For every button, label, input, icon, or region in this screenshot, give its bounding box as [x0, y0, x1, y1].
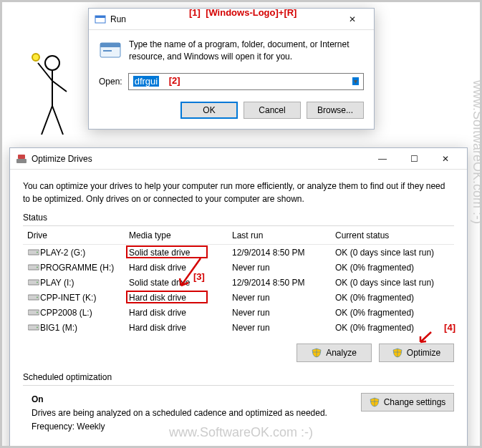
- divider: [23, 385, 454, 386]
- svg-point-13: [37, 266, 38, 268]
- drive-name: CPP2008 (L:): [40, 308, 92, 318]
- optimize-button[interactable]: Optimize: [379, 344, 454, 362]
- col-drive[interactable]: Drive: [23, 230, 125, 240]
- drive-name: PLAY-2 (G:): [40, 248, 85, 258]
- col-current-status[interactable]: Current status: [331, 230, 454, 240]
- analyze-button[interactable]: Analyze: [297, 344, 372, 362]
- change-settings-label: Change settings: [384, 397, 446, 407]
- col-last-run[interactable]: Last run: [228, 230, 331, 240]
- last-run: 12/9/2014 8:50 PM: [228, 248, 331, 258]
- shield-icon: [370, 397, 380, 407]
- drive-icon: [27, 323, 40, 331]
- current-status: OK (0 days since last run): [331, 278, 454, 288]
- optimize-title: Optimize Drives: [32, 154, 367, 164]
- run-dialog: Run ✕ [1] [Windows-Logo]+[R] Type the na…: [88, 8, 375, 130]
- table-row[interactable]: CPP-INET (K:)Hard disk driveNever runOK …: [23, 290, 454, 305]
- optimize-description: You can optimize your drives to help you…: [23, 180, 454, 205]
- svg-rect-9: [18, 155, 25, 159]
- run-command-value: dfrgui: [133, 76, 160, 87]
- drive-name: BIG1 (M:): [40, 323, 77, 333]
- current-status: OK (0% fragmented): [331, 263, 454, 273]
- svg-rect-6: [100, 43, 120, 47]
- last-run: Never run: [228, 293, 331, 303]
- drive-icon: [27, 308, 40, 316]
- scheduled-label: Scheduled optimization: [23, 372, 454, 382]
- run-command-input[interactable]: dfrgui ▾ [2]: [128, 73, 364, 90]
- shield-icon: [392, 348, 403, 358]
- svg-point-15: [37, 281, 38, 283]
- table-row[interactable]: CPP2008 (L:)Hard disk driveNever runOK (…: [23, 305, 454, 320]
- svg-rect-8: [16, 159, 26, 163]
- optimize-label: Optimize: [407, 348, 440, 358]
- svg-point-0: [45, 56, 59, 70]
- optimize-drives-dialog: Optimize Drives ― ☐ ✕ You can optimize y…: [9, 147, 468, 448]
- annotation-arrow-4: [417, 331, 434, 345]
- schedule-on: On: [32, 393, 327, 406]
- current-status: OK (0% fragmented): [331, 308, 454, 318]
- svg-point-1: [32, 54, 39, 61]
- table-row[interactable]: PLAY-2 (G:)Solid state drive12/9/2014 8:…: [23, 245, 454, 260]
- run-description: Type the name of a program, folder, docu…: [129, 39, 364, 63]
- shield-icon: [312, 348, 322, 358]
- current-status: OK (0% fragmented): [331, 293, 454, 303]
- svg-point-21: [37, 326, 38, 328]
- media-type: Hard disk drive: [125, 323, 228, 333]
- svg-rect-7: [103, 50, 112, 52]
- cancel-button[interactable]: Cancel: [244, 102, 301, 119]
- last-run: 12/9/2014 8:50 PM: [228, 278, 331, 288]
- drive-icon: [27, 278, 40, 286]
- svg-point-17: [37, 296, 38, 298]
- minimize-icon[interactable]: ―: [367, 148, 398, 170]
- last-run: Never run: [228, 263, 331, 273]
- maximize-icon[interactable]: ☐: [398, 148, 430, 170]
- drive-name: PROGRAMME (H:): [40, 263, 114, 273]
- open-label: Open:: [99, 77, 122, 87]
- watermark-side: www.SoftwareOK.com :-): [470, 80, 483, 224]
- run-window-icon: [95, 14, 106, 25]
- chevron-down-icon[interactable]: ▾: [352, 77, 359, 85]
- schedule-desc: Drives are being analyzed on a scheduled…: [32, 406, 327, 420]
- decorative-figure: [27, 42, 85, 149]
- grid-header: Drive Media type Last run Current status: [23, 226, 454, 245]
- table-row[interactable]: BIG1 (M:)Hard disk driveNever runOK (0% …: [23, 320, 454, 335]
- table-row[interactable]: PROGRAMME (H:)Hard disk driveNever runOK…: [23, 260, 454, 275]
- close-icon[interactable]: ✕: [430, 148, 461, 170]
- status-label: Status: [23, 213, 454, 223]
- drive-name: CPP-INET (K:): [40, 293, 96, 303]
- last-run: Never run: [228, 308, 331, 318]
- svg-rect-4: [95, 16, 105, 18]
- change-settings-button[interactable]: Change settings: [361, 393, 454, 412]
- analyze-label: Analyze: [326, 348, 357, 358]
- drive-icon: [27, 263, 40, 271]
- run-app-icon: [99, 39, 122, 62]
- current-status: OK (0 days since last run): [331, 248, 454, 258]
- table-row[interactable]: PLAY (I:)Solid state drive12/9/2014 8:50…: [23, 275, 454, 290]
- drive-icon: [27, 293, 40, 301]
- last-run: Never run: [228, 323, 331, 333]
- optimize-titlebar: Optimize Drives ― ☐ ✕: [10, 148, 467, 170]
- current-status: OK (0% fragmented): [331, 323, 454, 333]
- media-type: Hard disk drive: [125, 308, 228, 318]
- svg-point-19: [37, 311, 38, 313]
- annotation-2: [2]: [169, 75, 180, 86]
- annotation-1: [1] [Windows-Logo]+[R]: [189, 7, 297, 18]
- drives-grid: Drive Media type Last run Current status…: [23, 225, 454, 336]
- drive-name: PLAY (I:): [40, 278, 74, 288]
- ok-button[interactable]: OK: [180, 102, 238, 119]
- optimize-window-icon: [16, 153, 27, 165]
- drive-icon: [27, 248, 40, 255]
- col-media-type[interactable]: Media type: [125, 230, 228, 240]
- svg-point-11: [37, 251, 38, 253]
- annotation-arrow: [175, 257, 204, 293]
- close-icon[interactable]: ✕: [337, 9, 368, 30]
- table-row[interactable]: BIG2 (N:)Hard disk driveNever runOK (0% …: [23, 335, 454, 336]
- annotation-4: [4]: [444, 322, 456, 333]
- browse-button[interactable]: Browse...: [307, 102, 364, 119]
- watermark-bottom: www.SoftwareOK.com :-): [169, 425, 313, 440]
